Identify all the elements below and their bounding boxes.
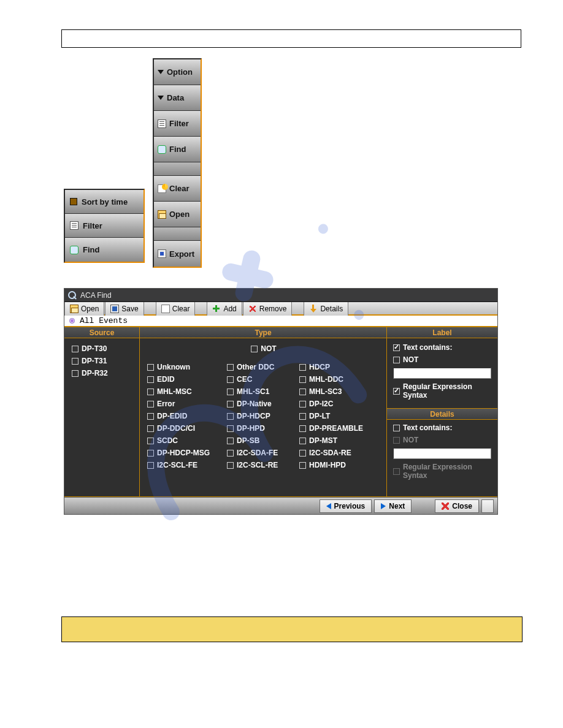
aca-find-dialog: ACA Find Open Save Clear Add Remove Deta… — [64, 288, 498, 515]
data-button[interactable]: Data — [154, 85, 201, 111]
next-button[interactable]: Next — [374, 499, 412, 513]
close-button[interactable]: Close — [435, 499, 479, 513]
source-header: Source — [64, 327, 140, 338]
type-checkbox[interactable]: HDMI-HPD — [299, 461, 373, 469]
toolbar-save-button[interactable]: Save — [105, 302, 144, 316]
filter-label: Filter — [169, 119, 189, 128]
source-checkbox[interactable]: DP-R32 — [72, 369, 133, 377]
type-checkbox[interactable]: DP-I2C — [299, 400, 373, 408]
type-checkbox[interactable]: DP-Native — [227, 400, 299, 408]
export-button[interactable]: Export — [154, 241, 201, 267]
small-toolbar: Sort by time Filter Find — [64, 189, 145, 263]
type-checkbox[interactable]: DP-PREAMBLE — [299, 424, 373, 433]
source-checkbox[interactable]: DP-T30 — [72, 344, 133, 353]
type-checkbox[interactable]: DP-SB — [227, 436, 299, 445]
sort-by-time-button[interactable]: Sort by time — [65, 190, 144, 214]
filter-label-small: Filter — [83, 221, 102, 230]
panel-headers: Source Type Label — [64, 327, 497, 338]
filter-button[interactable]: Filter — [154, 111, 201, 137]
type-checkbox[interactable]: MHL-SC3 — [299, 387, 373, 396]
type-checkbox[interactable]: DP-HPD — [227, 424, 299, 433]
close-icon — [442, 502, 449, 510]
type-label: Error — [157, 400, 175, 408]
right-column: Text contains: NOT Regular Expression Sy… — [387, 338, 497, 496]
details-not-checkbox: NOT — [393, 436, 491, 444]
find-label-small: Find — [83, 245, 99, 254]
type-checkbox[interactable]: MHL-SC1 — [227, 387, 299, 396]
label-regex-checkbox[interactable]: Regular Expression Syntax — [393, 382, 491, 400]
type-label: DP-MST — [309, 436, 337, 445]
type-checkbox[interactable]: DP-DDC/CI — [147, 424, 227, 433]
type-label: Other DDC — [237, 363, 274, 371]
toolbar-remove-button[interactable]: Remove — [243, 302, 293, 316]
type-checkbox[interactable]: Unknown — [147, 363, 227, 371]
label-not: NOT — [403, 355, 418, 364]
filter-icon — [158, 119, 166, 128]
chevron-down-icon — [158, 70, 164, 74]
previous-button[interactable]: Previous — [320, 499, 372, 513]
type-checkbox[interactable]: I2C-SDA-FE — [227, 449, 299, 457]
clear-icon — [158, 184, 166, 193]
details-arrow-icon — [309, 305, 318, 313]
open-label: Open — [169, 210, 190, 219]
type-checkbox[interactable]: Other DDC — [227, 363, 299, 371]
toolbar-open-button[interactable]: Open — [64, 302, 104, 316]
toolbar-add-label: Add — [223, 305, 236, 313]
arrow-left-icon — [326, 503, 331, 509]
type-label: DP-PREAMBLE — [309, 424, 363, 433]
export-icon — [158, 249, 166, 258]
toolbar-save-label: Save — [121, 305, 138, 313]
type-checkbox[interactable]: Error — [147, 400, 227, 408]
type-checkbox[interactable]: DP-MST — [299, 436, 373, 445]
filter-button-small[interactable]: Filter — [65, 214, 144, 238]
type-checkbox[interactable]: HDCP — [299, 363, 373, 371]
find-button-small[interactable]: Find — [65, 238, 144, 262]
type-checkbox[interactable]: I2C-SCL-RE — [227, 461, 299, 469]
event-selector-row[interactable]: All Events — [64, 316, 497, 327]
footer-ghost-button[interactable] — [481, 499, 494, 513]
open-button[interactable]: Open — [154, 202, 201, 227]
source-checkbox[interactable]: DP-T31 — [72, 357, 133, 365]
vertical-toolbar: Option Data Filter Find Clear Open Expor… — [153, 58, 202, 268]
toolbar-clear-button[interactable]: Clear — [156, 302, 196, 316]
previous-label: Previous — [334, 502, 366, 510]
type-label: DP-LT — [309, 412, 330, 420]
toolbar-details-button[interactable]: Details — [304, 302, 348, 316]
type-checkbox[interactable]: CEC — [227, 375, 299, 384]
clear-button[interactable]: Clear — [154, 176, 201, 202]
option-button[interactable]: Option — [154, 59, 201, 85]
type-header: Type — [140, 327, 387, 338]
event-selector-label: All Events — [80, 316, 128, 325]
type-checkbox[interactable]: MHL-MSC — [147, 387, 227, 396]
source-column: DP-T30 DP-T31 DP-R32 — [64, 338, 140, 496]
type-checkbox[interactable]: I2C-SDA-RE — [299, 449, 373, 457]
type-checkbox[interactable]: SCDC — [147, 436, 227, 445]
type-checkbox[interactable]: DP-EDID — [147, 412, 227, 420]
gold-box — [61, 616, 523, 642]
find-icon — [158, 145, 166, 154]
type-checkbox[interactable]: DP-HDCP-MSG — [147, 449, 227, 457]
type-checkbox[interactable]: DP-LT — [299, 412, 373, 420]
toolbar-add-button[interactable]: Add — [207, 302, 242, 316]
type-checkbox[interactable]: I2C-SCL-FE — [147, 461, 227, 469]
type-label: DP-HPD — [237, 424, 265, 433]
label-text-input[interactable] — [393, 368, 491, 379]
find-label: Find — [169, 145, 186, 154]
label-not-checkbox[interactable]: NOT — [393, 355, 491, 364]
next-label: Next — [389, 502, 405, 510]
plus-icon — [212, 305, 221, 313]
sort-by-time-label: Sort by time — [82, 197, 128, 207]
find-button[interactable]: Find — [154, 137, 201, 162]
details-text-contains-checkbox[interactable]: Text contains: — [393, 423, 491, 432]
export-label: Export — [169, 249, 194, 259]
type-not-checkbox[interactable]: NOT — [251, 344, 276, 353]
type-label: I2C-SDA-FE — [237, 449, 278, 457]
source-label: DP-T31 — [82, 357, 107, 365]
details-text-input[interactable] — [393, 448, 491, 459]
type-checkbox[interactable]: DP-HDCP — [227, 412, 299, 420]
type-checkbox[interactable]: MHL-DDC — [299, 375, 373, 384]
toolbar-remove-label: Remove — [259, 305, 287, 313]
label-text-contains-checkbox[interactable]: Text contains: — [393, 343, 491, 352]
type-checkbox[interactable]: EDID — [147, 375, 227, 384]
label-panel: Text contains: NOT Regular Expression Sy… — [387, 338, 497, 409]
